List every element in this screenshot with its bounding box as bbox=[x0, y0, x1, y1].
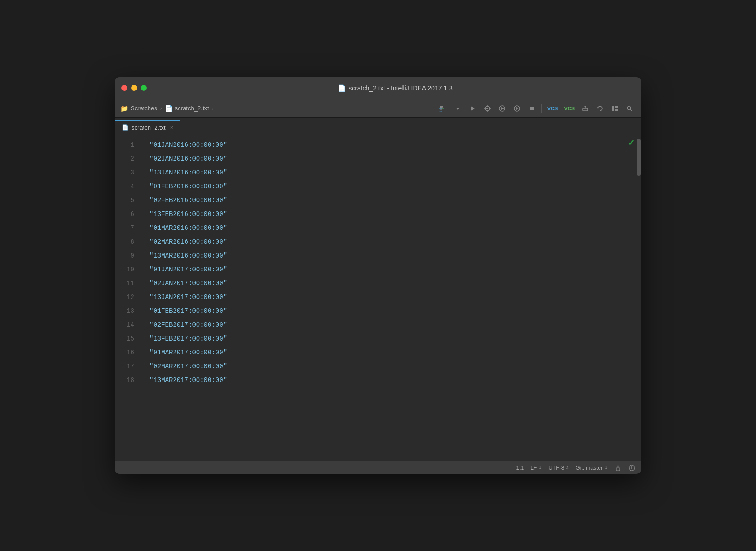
scratch-file-icon: 📄 bbox=[165, 105, 173, 112]
line-number-4: 4 bbox=[115, 180, 140, 193]
code-text-12: "13JAN2017:00:00:00" bbox=[150, 293, 227, 301]
line-number-6: 6 bbox=[115, 207, 140, 221]
code-text-16: "01MAR2017:00:00:00" bbox=[150, 349, 227, 356]
stop-button[interactable] bbox=[526, 102, 538, 114]
line-number-12: 12 bbox=[115, 290, 140, 304]
debug-button[interactable] bbox=[481, 102, 493, 114]
code-line-9: "13MAR2016:00:00:00" bbox=[140, 249, 636, 263]
vcs-down-button[interactable]: VCS bbox=[546, 105, 560, 112]
title-bar: 📄 scratch_2.txt - IntelliJ IDEA 2017.1.3 bbox=[115, 77, 641, 99]
line-number-8: 8 bbox=[115, 235, 140, 249]
notifications-icon[interactable] bbox=[628, 464, 636, 472]
code-text-5: "02FEB2016:00:00:00" bbox=[150, 197, 227, 204]
code-line-12: "13JAN2017:00:00:00" bbox=[140, 290, 636, 304]
layout-button[interactable] bbox=[609, 102, 621, 114]
editor-area: 123456789101112131415161718 "01JAN2016:0… bbox=[115, 134, 641, 461]
code-line-3: "13JAN2016:00:00:00" bbox=[140, 166, 636, 180]
line-number-10: 10 bbox=[115, 263, 140, 276]
search-button[interactable] bbox=[624, 102, 636, 114]
no-errors-indicator: ✓ bbox=[628, 138, 635, 148]
line-number-16: 16 bbox=[115, 346, 140, 359]
svg-rect-24 bbox=[615, 106, 618, 108]
svg-point-26 bbox=[627, 106, 631, 110]
code-line-4: "01FEB2016:00:00:00" bbox=[140, 180, 636, 193]
title-center: 📄 scratch_2.txt - IntelliJ IDEA 2017.1.3 bbox=[156, 84, 635, 92]
code-line-13: "01FEB2017:00:00:00" bbox=[140, 304, 636, 318]
breadcrumb-folder-label: Scratches bbox=[131, 105, 157, 112]
code-text-11: "02JAN2017:00:00:00" bbox=[150, 280, 227, 287]
code-line-6: "13FEB2016:00:00:00" bbox=[140, 207, 636, 221]
tab-close-button[interactable]: × bbox=[170, 125, 173, 130]
code-line-11: "02JAN2017:00:00:00" bbox=[140, 276, 636, 290]
traffic-lights bbox=[121, 85, 147, 91]
line-ending[interactable]: LF ⇕ bbox=[530, 465, 542, 471]
vcs-commit-button[interactable]: 01 10 01 bbox=[437, 102, 449, 114]
code-text-9: "13MAR2016:00:00:00" bbox=[150, 252, 227, 259]
profile-button[interactable] bbox=[511, 102, 523, 114]
cursor-position[interactable]: 1:1 bbox=[516, 465, 524, 471]
status-bar: 1:1 LF ⇕ UTF-8 ⇕ Git: master ⇕ bbox=[115, 461, 641, 474]
scrollbar-thumb[interactable] bbox=[637, 139, 641, 176]
line-number-3: 3 bbox=[115, 166, 140, 180]
close-button[interactable] bbox=[121, 85, 127, 91]
breadcrumb-folder[interactable]: 📁 Scratches bbox=[120, 105, 157, 112]
vcs-up-button[interactable]: VCS bbox=[562, 105, 576, 112]
svg-rect-28 bbox=[616, 468, 620, 471]
breadcrumb-file-label: scratch_2.txt bbox=[175, 105, 209, 112]
svg-rect-23 bbox=[612, 106, 614, 111]
svg-point-30 bbox=[631, 466, 632, 467]
cursor-position-text: 1:1 bbox=[516, 465, 524, 471]
tab-bar: 📄 scratch_2.txt × bbox=[115, 118, 641, 134]
vcs-dropdown-button[interactable] bbox=[452, 102, 464, 114]
code-text-7: "01MAR2016:00:00:00" bbox=[150, 224, 227, 232]
svg-rect-18 bbox=[530, 107, 534, 110]
code-text-14: "02FEB2017:00:00:00" bbox=[150, 321, 227, 329]
code-editor[interactable]: "01JAN2016:00:00:00""02JAN2016:00:00:00"… bbox=[140, 134, 636, 461]
line-number-14: 14 bbox=[115, 318, 140, 332]
code-text-4: "01FEB2016:00:00:00" bbox=[150, 183, 227, 190]
window-title: scratch_2.txt - IntelliJ IDEA 2017.1.3 bbox=[348, 84, 453, 92]
minimize-button[interactable] bbox=[131, 85, 137, 91]
svg-marker-5 bbox=[456, 108, 460, 110]
code-line-8: "02MAR2016:00:00:00" bbox=[140, 235, 636, 249]
git-branch-text: Git: master bbox=[576, 465, 603, 471]
svg-marker-6 bbox=[471, 106, 475, 111]
line-number-5: 5 bbox=[115, 193, 140, 207]
line-number-7: 7 bbox=[115, 221, 140, 235]
file-icon: 📄 bbox=[338, 84, 346, 92]
code-line-17: "02MAR2017:00:00:00" bbox=[140, 359, 636, 373]
vertical-scrollbar[interactable] bbox=[636, 134, 641, 461]
tab-label: scratch_2.txt bbox=[132, 124, 166, 131]
tab-file-icon: 📄 bbox=[122, 124, 129, 131]
tab-scratch-2[interactable]: 📄 scratch_2.txt × bbox=[115, 120, 180, 134]
git-branch[interactable]: Git: master ⇕ bbox=[576, 465, 608, 471]
code-text-3: "13JAN2016:00:00:00" bbox=[150, 169, 227, 176]
svg-rect-25 bbox=[615, 109, 618, 111]
code-text-10: "01JAN2017:00:00:00" bbox=[150, 266, 227, 273]
breadcrumb-file[interactable]: 📄 scratch_2.txt bbox=[165, 105, 209, 112]
coverage-button[interactable] bbox=[496, 102, 508, 114]
svg-text:01: 01 bbox=[442, 107, 445, 110]
code-text-13: "01FEB2017:00:00:00" bbox=[150, 307, 227, 315]
run-button[interactable] bbox=[467, 102, 479, 114]
rollback-button[interactable] bbox=[594, 102, 606, 114]
code-line-2: "02JAN2016:00:00:00" bbox=[140, 152, 636, 166]
line-number-2: 2 bbox=[115, 152, 140, 166]
maximize-button[interactable] bbox=[141, 85, 147, 91]
svg-point-8 bbox=[486, 108, 488, 109]
encoding[interactable]: UTF-8 ⇕ bbox=[548, 465, 569, 471]
code-text-6: "13FEB2016:00:00:00" bbox=[150, 210, 227, 218]
encoding-arrow: ⇕ bbox=[565, 465, 569, 470]
separator-1 bbox=[541, 104, 542, 113]
svg-marker-21 bbox=[584, 106, 587, 107]
breadcrumb: 📁 Scratches › 📄 scratch_2.txt › bbox=[120, 105, 214, 112]
line-number-13: 13 bbox=[115, 304, 140, 318]
lock-icon-button[interactable] bbox=[614, 464, 622, 472]
line-ending-arrow: ⇕ bbox=[538, 465, 542, 470]
line-ending-text: LF bbox=[530, 465, 537, 471]
code-line-16: "01MAR2017:00:00:00" bbox=[140, 346, 636, 359]
toolbar-right: 01 10 01 bbox=[437, 102, 636, 114]
git-branch-arrow: ⇕ bbox=[604, 465, 608, 470]
vcs-push-button[interactable] bbox=[579, 102, 591, 114]
scrollbar-track[interactable] bbox=[636, 134, 641, 461]
